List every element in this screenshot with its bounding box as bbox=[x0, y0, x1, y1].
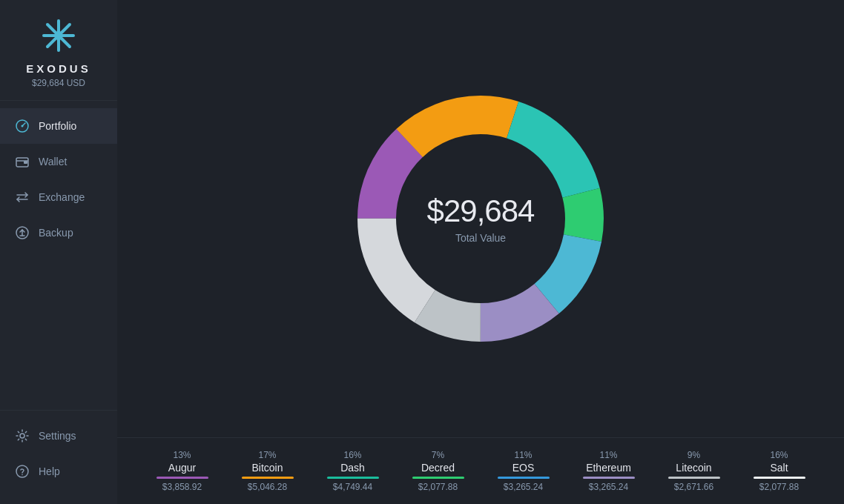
legend-value: $3,858.92 bbox=[162, 482, 202, 492]
legend-pct: 9% bbox=[688, 450, 700, 460]
backup-icon bbox=[15, 225, 30, 240]
legend-name: Ethereum bbox=[586, 462, 631, 474]
wallet-icon bbox=[15, 154, 30, 169]
svg-point-14 bbox=[22, 474, 23, 476]
exodus-logo-icon bbox=[41, 18, 76, 53]
portfolio-label: Portfolio bbox=[39, 120, 76, 132]
svg-point-6 bbox=[22, 125, 24, 127]
legend-value: $5,046.28 bbox=[248, 482, 287, 492]
legend-name: Salt bbox=[770, 462, 788, 474]
app-name: EXODUS bbox=[15, 62, 102, 75]
total-value: $29,684 bbox=[427, 193, 535, 229]
legend-value: $3,265.24 bbox=[504, 482, 543, 492]
sidebar-item-portfolio[interactable]: Portfolio bbox=[0, 108, 117, 144]
legend-bar bbox=[583, 477, 635, 479]
sidebar-logo: EXODUS $29,684 USD bbox=[0, 0, 117, 101]
legend-pct: 11% bbox=[514, 450, 532, 460]
legend-bar bbox=[242, 477, 294, 479]
legend-value: $2,671.66 bbox=[674, 482, 713, 492]
legend-pct: 17% bbox=[258, 450, 276, 460]
sidebar: EXODUS $29,684 USD Portfolio Wallet bbox=[0, 0, 117, 504]
sidebar-item-help[interactable]: Help bbox=[0, 454, 117, 489]
legend-bar bbox=[412, 477, 464, 479]
legend-value: $2,077.88 bbox=[759, 482, 799, 492]
exchange-label: Exchange bbox=[39, 191, 85, 203]
legend-bar bbox=[327, 477, 379, 479]
legend-value: $2,077.88 bbox=[418, 482, 458, 492]
donut-chart: $29,684 Total Value bbox=[340, 78, 622, 359]
legend-item-dash: 16% Dash $4,749.44 bbox=[320, 450, 386, 492]
legend-pct: 7% bbox=[432, 450, 444, 460]
wallet-label: Wallet bbox=[39, 156, 67, 168]
sidebar-bottom: Settings Help bbox=[0, 410, 117, 504]
legend-name: EOS bbox=[512, 462, 535, 474]
help-label: Help bbox=[39, 465, 60, 477]
backup-label: Backup bbox=[39, 227, 73, 239]
legend-bar bbox=[754, 477, 805, 479]
legend-bar bbox=[498, 477, 550, 479]
portfolio-area: $29,684 Total Value bbox=[117, 0, 844, 437]
portfolio-icon bbox=[15, 119, 30, 133]
legend-name: Bitcoin bbox=[251, 462, 283, 474]
sidebar-item-exchange[interactable]: Exchange bbox=[0, 179, 117, 215]
settings-label: Settings bbox=[39, 430, 76, 442]
legend-item-decred: 7% Decred $2,077.88 bbox=[405, 450, 472, 492]
legend-name: Decred bbox=[421, 462, 455, 474]
legend-item-bitcoin: 17% Bitcoin $5,046.28 bbox=[234, 450, 301, 492]
donut-center: $29,684 Total Value bbox=[427, 193, 535, 244]
exchange-icon bbox=[15, 190, 30, 205]
svg-point-13 bbox=[16, 465, 28, 477]
legend-item-ethereum: 11% Ethereum $3,265.24 bbox=[576, 450, 642, 492]
legend-item-eos: 11% EOS $3,265.24 bbox=[490, 450, 557, 492]
legend-name: Dash bbox=[340, 462, 365, 474]
legend-bar bbox=[156, 477, 208, 479]
legend-name: Augur bbox=[168, 462, 196, 474]
app-balance: $29,684 USD bbox=[15, 78, 102, 88]
legend-value: $4,749.44 bbox=[333, 482, 372, 492]
legend: 13% Augur $3,858.92 17% Bitcoin $5,046.2… bbox=[117, 437, 844, 504]
legend-pct: 13% bbox=[173, 450, 191, 460]
legend-bar bbox=[668, 477, 720, 479]
legend-pct: 11% bbox=[599, 450, 617, 460]
legend-pct: 16% bbox=[770, 450, 788, 460]
legend-item-litecoin: 9% Litecoin $2,671.66 bbox=[661, 450, 728, 492]
legend-value: $3,265.24 bbox=[589, 482, 628, 492]
help-icon bbox=[15, 464, 30, 479]
sidebar-item-backup[interactable]: Backup bbox=[0, 215, 117, 251]
legend-item-augur: 13% Augur $3,858.92 bbox=[149, 450, 216, 492]
sidebar-item-settings[interactable]: Settings bbox=[0, 418, 117, 454]
sidebar-item-wallet[interactable]: Wallet bbox=[0, 144, 117, 179]
settings-icon bbox=[15, 428, 30, 443]
svg-point-12 bbox=[20, 434, 24, 438]
sidebar-nav: Portfolio Wallet Exchange bbox=[0, 101, 117, 410]
main-content: $29,684 Total Value 13% Augur $3,858.92 … bbox=[117, 0, 844, 504]
legend-item-salt: 16% Salt $2,077.88 bbox=[746, 450, 813, 492]
legend-pct: 16% bbox=[343, 450, 361, 460]
total-label: Total Value bbox=[427, 232, 535, 244]
legend-name: Litecoin bbox=[676, 462, 711, 474]
